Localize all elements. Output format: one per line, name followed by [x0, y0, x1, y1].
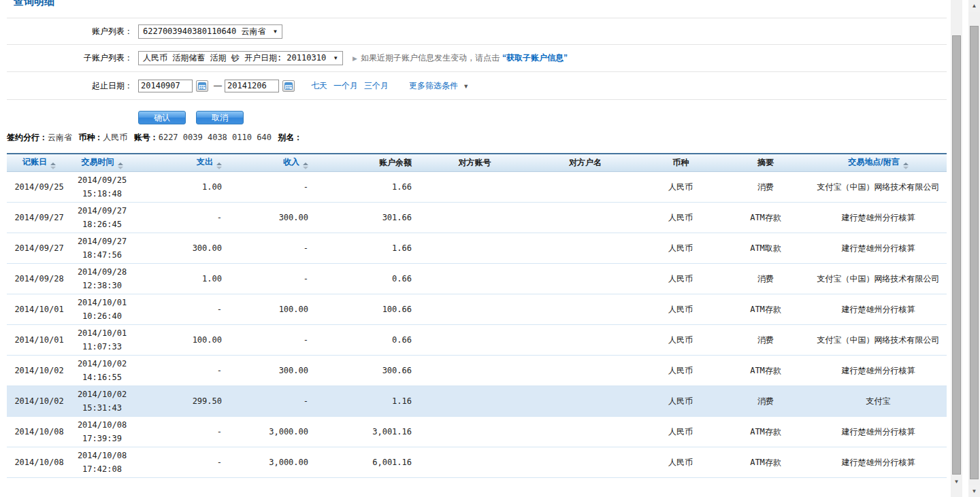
date-from-input[interactable] [138, 80, 193, 92]
cell-balance: 3,001.16 [315, 427, 419, 436]
cell-summary: ATM存款 [721, 365, 810, 377]
table-row[interactable]: 2014/09/272014/09/2718:47:56300.00-1.66人… [7, 233, 947, 264]
cell-debit: - [133, 213, 229, 222]
table-row[interactable]: 2014/10/082014/10/0817:42:08-3,000.006,0… [7, 447, 947, 478]
column-header-transaction-time[interactable]: 交易时间 [71, 156, 133, 169]
column-header-posting-date[interactable]: 记账日 [7, 156, 71, 169]
date-to-input[interactable] [225, 80, 279, 92]
sort-arrows-icon [903, 162, 909, 169]
account-number-label: 账号： [134, 133, 159, 142]
quick-range-1month[interactable]: 一个月 [333, 80, 358, 92]
date-range-dash: — [214, 81, 222, 90]
table-row[interactable]: 2014/10/012014/10/0110:26:40-100.00100.6… [7, 294, 947, 325]
calendar-icon[interactable] [282, 80, 295, 92]
account-list-label: 账户列表： [7, 26, 133, 37]
dropdown-arrow-icon: ▼ [273, 29, 278, 35]
cell-location-remark: 支付宝（中国）网络技术有限公司 [810, 273, 947, 285]
alias-label: 别名： [278, 133, 302, 142]
table-row[interactable]: 2014/09/272014/09/2718:26:45-300.00301.6… [7, 203, 947, 233]
table-row[interactable]: 2014/10/012014/10/0111:07:33100.00-0.66人… [7, 325, 947, 356]
cancel-button[interactable]: 取消 [196, 111, 244, 124]
quick-range-7days[interactable]: 七天 [311, 80, 327, 92]
more-filters-label: 更多筛选条件 [409, 81, 458, 90]
table-row[interactable]: 2014/10/022014/10/0214:16:55-300.00300.6… [7, 356, 947, 386]
get-subaccount-info-link[interactable]: “获取子账户信息” [502, 52, 568, 64]
divider [7, 99, 947, 100]
table-row[interactable]: 2014/09/282014/09/2812:38:301.00-0.66人民币… [7, 264, 947, 294]
cell-summary: 消费 [721, 396, 810, 407]
column-label: 支出 [197, 157, 213, 167]
subaccount-select-value: 人民币 活期储蓄 活期 钞 开户日期: 20110310 [143, 52, 326, 64]
cell-posting-date: 2014/10/01 [7, 335, 71, 345]
cell-transaction-time: 2014/09/2812:38:30 [71, 265, 133, 292]
cell-location-remark: 支付宝（中国）网络技术有限公司 [810, 182, 947, 193]
cell-transaction-time: 2014/10/0110:26:40 [71, 296, 133, 323]
calendar-icon[interactable] [196, 80, 208, 92]
quick-range-3months[interactable]: 三个月 [364, 80, 389, 92]
column-header-summary: 摘要 [721, 157, 810, 169]
sort-arrows-icon [303, 162, 308, 169]
cell-posting-date: 2014/10/01 [7, 305, 71, 314]
cell-debit: 100.00 [133, 335, 229, 345]
scroll-down-icon[interactable]: ▼ [951, 476, 962, 487]
cell-summary: ATM存款 [721, 457, 810, 468]
table-header-row: 记账日交易时间支出收入账户余额对方账号对方户名币种摘要交易地点/附言 [7, 153, 947, 172]
cell-location-remark: 建行楚雄州分行核算 [810, 426, 947, 438]
scroll-up-icon[interactable]: ▲ [968, 0, 980, 12]
page-title-text: 查询明细 [14, 0, 980, 7]
outer-scrollbar-thumb[interactable] [970, 26, 979, 479]
cell-currency: 人民币 [640, 426, 721, 438]
cell-debit: - [133, 305, 229, 314]
note-arrow-icon: ▶ [353, 55, 357, 62]
cell-credit: 3,000.00 [229, 427, 315, 436]
time-line: 14:16:55 [71, 371, 133, 384]
transactions-table: 记账日交易时间支出收入账户余额对方账号对方户名币种摘要交易地点/附言 2014/… [7, 153, 947, 478]
cell-location-remark: 建行楚雄州分行核算 [810, 212, 947, 224]
account-row: 账户列表： 6227003940380110640 云南省 ▼ [7, 18, 947, 44]
time-date-line: 2014/09/27 [71, 235, 133, 248]
cell-balance: 6,001.16 [315, 458, 419, 467]
cell-credit: - [229, 243, 315, 253]
column-label: 对方账号 [459, 158, 491, 167]
subaccount-select[interactable]: 人民币 活期储蓄 活期 钞 开户日期: 20110310 ▼ [138, 51, 343, 65]
cell-credit: - [229, 182, 315, 192]
cell-credit: 300.00 [229, 366, 315, 375]
cell-summary: ATM取款 [721, 243, 810, 254]
subaccount-note: ▶ 如果近期子账户信息发生变动，请点击 “获取子账户信息” [353, 52, 568, 64]
column-header-counterparty-name: 对方户名 [531, 157, 640, 169]
cell-balance: 1.66 [315, 182, 419, 192]
chevron-down-icon: ▼ [463, 83, 469, 90]
more-filters-link[interactable]: 更多筛选条件 ▼ [409, 80, 469, 92]
column-header-credit[interactable]: 收入 [229, 156, 315, 169]
account-select-value: 6227003940380110640 云南省 [143, 26, 266, 37]
cell-balance: 0.66 [315, 335, 419, 345]
column-header-counterparty-account: 对方账号 [419, 157, 531, 169]
cell-transaction-time: 2014/09/2718:26:45 [71, 204, 133, 231]
column-header-debit[interactable]: 支出 [133, 156, 229, 169]
cell-balance: 1.16 [315, 396, 419, 406]
column-header-currency: 币种 [640, 157, 721, 169]
column-header-location-remark[interactable]: 交易地点/附言 [810, 156, 947, 169]
cell-currency: 人民币 [640, 243, 721, 254]
time-date-line: 2014/10/08 [71, 418, 133, 432]
time-line: 17:42:08 [71, 462, 133, 476]
scroll-down-icon[interactable]: ▼ [968, 485, 980, 497]
time-line: 11:07:33 [71, 340, 133, 354]
account-select[interactable]: 6227003940380110640 云南省 ▼ [138, 24, 282, 39]
time-date-line: 2014/09/28 [71, 265, 133, 279]
account-summary: 签约分行：云南省 币种：人民币 账号：6227 0039 4038 0110 6… [7, 132, 980, 143]
column-label: 对方户名 [569, 158, 602, 167]
column-label: 记账日 [22, 157, 47, 167]
inner-scrollbar-thumb[interactable] [952, 35, 961, 475]
cell-transaction-time: 2014/10/0111:07:33 [71, 326, 133, 354]
column-label: 收入 [283, 157, 299, 167]
table-row[interactable]: 2014/10/022014/10/0215:31:43299.50-1.16人… [7, 386, 947, 417]
inner-scrollbar[interactable]: ▼ [951, 0, 962, 497]
cell-posting-date: 2014/09/27 [7, 213, 71, 222]
outer-scrollbar[interactable]: ▲ ▼ [968, 0, 980, 497]
confirm-button[interactable]: 确认 [138, 111, 186, 124]
cell-credit: - [229, 396, 315, 406]
cell-transaction-time: 2014/10/0214:16:55 [71, 357, 133, 384]
table-row[interactable]: 2014/09/252014/09/2515:18:481.00-1.66人民币… [7, 172, 947, 203]
table-row[interactable]: 2014/10/082014/10/0817:39:39-3,000.003,0… [7, 417, 947, 447]
